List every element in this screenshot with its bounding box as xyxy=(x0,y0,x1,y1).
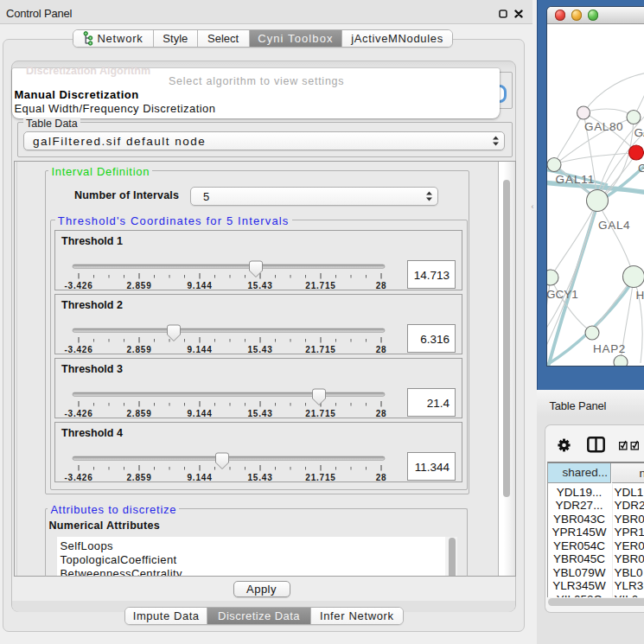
svg-text:H: H xyxy=(636,289,644,302)
svg-text:G: G xyxy=(638,161,644,174)
svg-text:GCY1: GCY1 xyxy=(547,287,578,300)
svg-text:HAP2: HAP2 xyxy=(593,342,626,355)
svg-text:GAL: GAL xyxy=(634,126,644,139)
svg-text:GAL80: GAL80 xyxy=(584,120,623,133)
svg-text:GAL11: GAL11 xyxy=(556,173,596,186)
svg-text:GAL4: GAL4 xyxy=(598,218,630,231)
